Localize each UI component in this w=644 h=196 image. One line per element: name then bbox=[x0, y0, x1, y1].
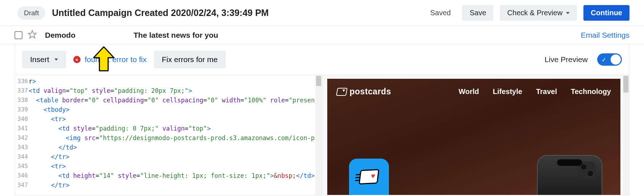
code-line[interactable]: 339 <tbody> bbox=[15, 105, 322, 114]
editor-container: Insert × found 1 error to fix Fix errors… bbox=[15, 44, 629, 195]
code-line[interactable]: 341 <td style="padding: 0 7px;" valign="… bbox=[15, 124, 322, 133]
editor-toolbar: Insert × found 1 error to fix Fix errors… bbox=[15, 44, 629, 75]
email-settings-link[interactable]: Email Settings bbox=[581, 31, 629, 40]
nav-item-travel[interactable]: Travel bbox=[536, 87, 557, 96]
nav-item-lifestyle[interactable]: Lifestyle bbox=[493, 87, 522, 96]
svg-marker-0 bbox=[28, 30, 36, 38]
check-preview-button[interactable]: Check & Preview bbox=[500, 5, 577, 21]
code-line[interactable]: 338 <table border="0" cellpadding="0" ce… bbox=[15, 95, 322, 105]
stamp-icon bbox=[358, 169, 379, 185]
draft-badge: Draft bbox=[17, 7, 45, 20]
code-line[interactable]: 346 <td height="14" style="line-height: … bbox=[15, 171, 322, 180]
line-number: 347 bbox=[15, 180, 29, 190]
live-preview-label: Live Preview bbox=[545, 55, 588, 64]
email-preview: postcards World Lifestyle Travel Technol… bbox=[327, 79, 621, 195]
sender-name: Demodo bbox=[45, 31, 128, 40]
line-number: 339 bbox=[15, 105, 29, 114]
check-icon: ✓ bbox=[602, 56, 606, 63]
saved-status: Saved bbox=[430, 9, 451, 17]
preview-scrollbar[interactable] bbox=[623, 75, 629, 195]
insert-label: Insert bbox=[30, 55, 49, 64]
camera-icon bbox=[578, 162, 596, 179]
subject-line: The latest news for you bbox=[134, 31, 576, 40]
select-checkbox[interactable] bbox=[15, 31, 22, 39]
split-pane: 336r>337<td valign="top" style="padding:… bbox=[15, 75, 629, 195]
code-text[interactable]: <tbody> bbox=[29, 105, 322, 114]
nav-item-technology[interactable]: Technology bbox=[571, 87, 611, 96]
code-line[interactable]: 344 </tr> bbox=[15, 152, 322, 162]
code-line[interactable]: 337<td valign="top" style="padding: 20px… bbox=[15, 86, 322, 95]
line-number: 340 bbox=[15, 114, 29, 124]
code-line[interactable]: 340 <tr> bbox=[15, 114, 322, 124]
line-number: 343 bbox=[15, 143, 29, 152]
error-text: found 1 error to fix bbox=[85, 55, 147, 64]
preview-pane: postcards World Lifestyle Travel Technol… bbox=[322, 75, 629, 195]
nav-item-world[interactable]: World bbox=[459, 87, 479, 96]
line-number: 336 bbox=[15, 77, 29, 86]
code-line[interactable]: 336r> bbox=[15, 77, 322, 86]
line-number: 345 bbox=[15, 162, 29, 171]
logo-mark-icon bbox=[336, 88, 348, 96]
postcards-logo: postcards bbox=[337, 87, 391, 97]
code-text[interactable]: <td style="padding: 0 7px;" valign="top"… bbox=[29, 124, 322, 133]
code-text[interactable]: r> bbox=[29, 77, 322, 86]
toggle-knob bbox=[611, 54, 621, 65]
chevron-down-icon bbox=[566, 12, 570, 14]
code-line[interactable]: 347 </tr> bbox=[15, 180, 322, 190]
code-text[interactable]: <td height="14" style="line-height: 1px;… bbox=[29, 171, 322, 180]
insert-button[interactable]: Insert bbox=[22, 51, 66, 68]
fix-errors-button[interactable]: Fix errors for me bbox=[154, 51, 226, 68]
code-line[interactable]: 342 <img src="https://designmodo-postcar… bbox=[15, 133, 322, 143]
line-number: 342 bbox=[15, 133, 29, 143]
code-line[interactable]: 343 </td> bbox=[15, 143, 322, 152]
save-button[interactable]: Save bbox=[462, 5, 493, 21]
check-preview-label: Check & Preview bbox=[507, 9, 562, 17]
line-number: 346 bbox=[15, 171, 29, 180]
live-preview-toggle[interactable]: ✓ bbox=[597, 53, 622, 66]
chevron-down-icon bbox=[54, 58, 58, 61]
scroll-thumb[interactable] bbox=[623, 76, 628, 93]
line-number: 338 bbox=[15, 95, 29, 105]
code-text[interactable]: </td> bbox=[29, 143, 322, 152]
code-text[interactable]: <td valign="top" style="padding: 20px 7p… bbox=[29, 86, 322, 95]
code-editor[interactable]: 336r>337<td valign="top" style="padding:… bbox=[15, 75, 322, 195]
code-scrollbar[interactable] bbox=[315, 75, 322, 195]
code-text[interactable]: <tr> bbox=[29, 114, 322, 124]
error-link[interactable]: × found 1 error to fix bbox=[73, 55, 147, 64]
code-text[interactable]: <table border="0" cellpadding="0" cellsp… bbox=[29, 95, 322, 105]
code-text[interactable]: </tr> bbox=[29, 180, 322, 190]
email-row: Demodo The latest news for you Email Set… bbox=[0, 26, 644, 44]
app-icon bbox=[349, 159, 389, 195]
code-text[interactable]: <img src="https://designmodo-postcards-p… bbox=[29, 133, 322, 143]
scroll-thumb[interactable] bbox=[316, 76, 321, 86]
phone-mockup bbox=[537, 155, 602, 195]
code-text[interactable]: </tr> bbox=[29, 152, 322, 162]
preview-nav: postcards World Lifestyle Travel Technol… bbox=[327, 79, 621, 97]
campaign-title[interactable]: Untitled Campaign Created 2020/02/24, 3:… bbox=[52, 8, 424, 18]
star-icon[interactable] bbox=[28, 30, 37, 40]
top-bar: Draft Untitled Campaign Created 2020/02/… bbox=[0, 0, 644, 26]
code-text[interactable]: <tr> bbox=[29, 162, 322, 171]
line-number: 337 bbox=[15, 86, 29, 95]
continue-button[interactable]: Continue bbox=[583, 5, 629, 21]
error-icon: × bbox=[73, 56, 81, 63]
line-number: 344 bbox=[15, 152, 29, 162]
line-number: 341 bbox=[15, 124, 29, 133]
logo-text: postcards bbox=[350, 87, 391, 97]
code-line[interactable]: 345 <tr> bbox=[15, 162, 322, 171]
